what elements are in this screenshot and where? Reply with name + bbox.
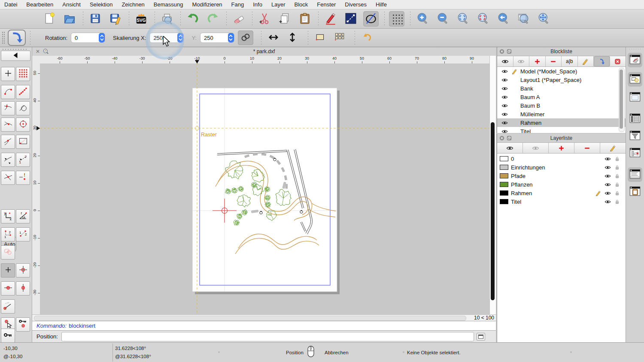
restrict-off-shape-button[interactable] — [1, 245, 15, 259]
flip-horizontal-button[interactable] — [266, 30, 281, 45]
zoom-previous-button[interactable] — [495, 11, 511, 27]
coordinate-relative-polar-button[interactable]: 12 — [16, 227, 30, 241]
eye-icon[interactable] — [605, 164, 611, 171]
insert-block-button[interactable] — [594, 56, 610, 66]
eye-icon[interactable] — [501, 94, 508, 100]
snap-intersection-manual-button[interactable]: ! — [16, 171, 30, 185]
block-list-item[interactable]: Titel — [497, 127, 626, 133]
block-list-item[interactable]: Baum B — [497, 101, 626, 110]
eye-icon[interactable] — [501, 77, 508, 83]
eye-icon[interactable] — [605, 173, 611, 179]
copy-button[interactable] — [277, 11, 292, 27]
save-button[interactable] — [88, 11, 103, 27]
link-scale-button[interactable] — [238, 30, 253, 45]
layer-color-swatch[interactable] — [500, 182, 508, 187]
new-file-button[interactable] — [42, 11, 57, 27]
lock-zero-button[interactable] — [1, 329, 15, 343]
zoom-selection-button[interactable] — [475, 11, 491, 27]
save-as-button[interactable] — [108, 11, 123, 27]
restrict-orthogonal-button[interactable] — [16, 263, 30, 278]
snap-points-on-entity-button[interactable] — [16, 85, 30, 99]
scale-y-stepper[interactable] — [228, 33, 234, 42]
zoom-window-button[interactable] — [516, 11, 531, 27]
menu-item-ansicht[interactable]: Ansicht — [62, 1, 81, 8]
grid-toggle-button[interactable] — [389, 11, 404, 27]
print-preview-button[interactable] — [159, 11, 175, 27]
remove-layer-button[interactable] — [574, 143, 600, 153]
coordinate-cartesian-button[interactable]: yx — [1, 209, 15, 223]
horizontal-scrollbar[interactable]: 10 < 100 — [32, 314, 496, 321]
snap-reference-button[interactable] — [16, 135, 30, 149]
snap-intersection-button[interactable] — [1, 171, 15, 185]
export-svg-button[interactable]: SVG — [134, 11, 149, 27]
lock-icon[interactable] — [614, 156, 620, 162]
menu-item-layer[interactable]: Layer — [271, 1, 286, 8]
add-layer-button[interactable] — [549, 143, 574, 153]
snap-center-button[interactable] — [16, 118, 30, 132]
block-list-scrollbar-thumb[interactable] — [620, 69, 623, 129]
layer-list-item[interactable]: 0 — [497, 154, 626, 163]
cut-button[interactable] — [257, 11, 272, 27]
layer-list-item[interactable]: Titel — [497, 197, 626, 206]
insert-array-button[interactable] — [331, 30, 347, 45]
draw-pencil-button[interactable] — [323, 11, 338, 27]
eye-icon[interactable] — [501, 85, 508, 92]
block-list-scrollbar[interactable] — [619, 68, 625, 132]
block-insert-tool-button[interactable] — [8, 30, 26, 46]
snap-grid-button[interactable] — [16, 67, 30, 81]
layer-list-item[interactable]: Einrichtungen — [497, 163, 626, 172]
layer-color-swatch[interactable] — [500, 173, 508, 178]
snap-endpoints-button[interactable] — [1, 85, 15, 99]
lock-icon[interactable] — [614, 190, 620, 196]
insert-single-button[interactable] — [313, 30, 328, 45]
snap-distance-manual-button[interactable]: 12 — [16, 153, 30, 167]
property-list-panel-toggle-button[interactable] — [628, 112, 642, 126]
menu-item-info[interactable]: Info — [253, 1, 262, 8]
block-list-item[interactable]: Layout1 (*Paper_Space) — [497, 75, 626, 84]
erase-button[interactable] — [231, 11, 246, 27]
hide-all-layers-button[interactable] — [523, 143, 549, 153]
pan-button[interactable] — [536, 11, 551, 27]
lock-relative-zero-button[interactable] — [16, 317, 30, 332]
lock-icon[interactable] — [614, 164, 620, 171]
restrict-horizontal-button[interactable] — [1, 281, 15, 296]
eye-icon[interactable] — [501, 120, 508, 126]
lock-icon[interactable] — [614, 199, 620, 205]
layer-color-swatch[interactable] — [500, 156, 508, 161]
block-list-panel-toggle-button[interactable] — [628, 72, 642, 87]
eye-icon[interactable] — [605, 181, 611, 188]
menu-item-fang[interactable]: Fang — [231, 1, 244, 8]
library-browser-panel-toggle-button[interactable] — [628, 90, 642, 105]
snap-tangent-button[interactable] — [16, 101, 30, 115]
snap-free-button[interactable] — [1, 67, 15, 81]
detach-command-line-button[interactable] — [477, 333, 485, 341]
block-list-item[interactable]: Model (*Model_Space) — [497, 67, 626, 75]
draw-line-button[interactable] — [343, 11, 358, 27]
snap-distance-button[interactable] — [1, 153, 15, 167]
open-file-button[interactable] — [62, 11, 77, 27]
eye-icon[interactable] — [501, 128, 508, 133]
add-block-button[interactable] — [529, 56, 546, 66]
layer-color-swatch[interactable] — [500, 190, 508, 196]
delete-block-button[interactable] — [610, 56, 626, 66]
undo-button[interactable] — [185, 11, 200, 27]
zoom-out-button[interactable] — [435, 11, 450, 27]
drawing-canvas[interactable]: Raster — [40, 63, 489, 314]
selection-filter-panel-toggle-button[interactable] — [628, 129, 642, 143]
layer-color-swatch[interactable] — [500, 165, 508, 170]
eye-icon[interactable] — [605, 199, 611, 205]
redo-button[interactable] — [205, 11, 221, 27]
draw-ellipse-button[interactable] — [363, 11, 379, 27]
block-list-item[interactable]: Mülleimer — [497, 110, 626, 118]
block-list-item[interactable]: Rahmen — [497, 118, 626, 127]
layer-list-item[interactable]: Rahmen — [497, 189, 626, 197]
collapse-panel-button[interactable] — [1, 51, 30, 61]
layer-list-panel-toggle-button[interactable] — [628, 53, 642, 67]
undo-last-button[interactable] — [359, 30, 375, 45]
menu-item-selektion[interactable]: Selektion — [90, 1, 112, 8]
eye-icon[interactable] — [501, 103, 508, 109]
vertical-scrollbar-thumb[interactable] — [491, 122, 495, 300]
menu-item-bearbeiten[interactable]: Bearbeiten — [26, 1, 53, 8]
coordinate-polar-button[interactable]: ra — [16, 209, 30, 223]
horizontal-scrollbar-thumb[interactable] — [34, 316, 466, 321]
